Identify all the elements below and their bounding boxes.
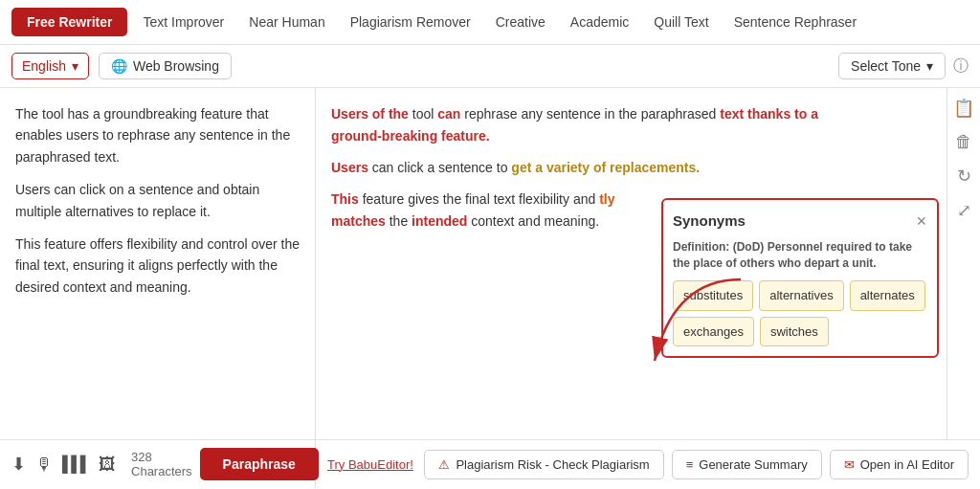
left-bottom: ⬇ 🎙 ▌▌▌ 🖼 328 Characters Paraphrase [0, 440, 316, 488]
download-icon[interactable]: ⬇ [11, 454, 26, 475]
chip-switches[interactable]: switches [760, 317, 829, 346]
nav-creative[interactable]: Creative [486, 8, 555, 36]
ai-editor-icon: ✉ [844, 457, 855, 472]
chip-exchanges[interactable]: exchanges [673, 317, 754, 346]
nav-plagiarism-remover[interactable]: Plagiarism Remover [341, 8, 480, 36]
paraphrase-button[interactable]: Paraphrase [200, 448, 319, 480]
generate-summary-button[interactable]: ≡ Generate Summary [672, 450, 822, 479]
side-icons-panel: 📋 🗑 ↻ ⤢ [947, 88, 980, 439]
language-label: English [22, 58, 66, 74]
plagiarism-icon: ⚠ [438, 457, 450, 472]
left-para-2: Users can click on a sentence and obtain… [15, 179, 300, 222]
definition-label: Definition: [673, 240, 729, 254]
mic-icon[interactable]: 🎙 [35, 455, 53, 475]
language-selector[interactable]: English ▾ [11, 53, 89, 79]
synonyms-title: Synonyms [673, 210, 746, 233]
tone-info-icon[interactable]: ⓘ [953, 56, 969, 77]
chip-alternates[interactable]: alternates [850, 280, 925, 310]
nav-quill-text[interactable]: Quill Text [644, 8, 718, 36]
chip-alternatives[interactable]: alternatives [759, 280, 843, 310]
delete-icon[interactable]: 🗑 [955, 132, 972, 152]
nav-text-improver[interactable]: Text Improver [133, 8, 234, 36]
refresh-icon[interactable]: ↻ [957, 166, 971, 187]
summary-icon: ≡ [686, 457, 694, 472]
text-groundbreaking: ground-breaking feature. [331, 128, 490, 144]
try-editor-link[interactable]: Try BabuEditor! [327, 457, 413, 472]
bottom-tool-icons: ⬇ 🎙 ▌▌▌ 🖼 [11, 454, 116, 475]
summary-label: Generate Summary [699, 457, 807, 472]
nav-free-rewriter[interactable]: Free Rewriter [11, 8, 127, 36]
image-icon[interactable]: 🖼 [99, 455, 116, 475]
tone-label: Select Tone [851, 58, 921, 74]
synonyms-header: Synonyms ✕ [673, 210, 927, 233]
nav-sentence-rephraser[interactable]: Sentence Rephraser [724, 8, 866, 36]
text-users-of: Users of the [331, 106, 409, 122]
right-panel[interactable]: Users of the tool can rephrase any sente… [316, 88, 947, 439]
language-chevron: ▾ [72, 58, 78, 74]
synonyms-container: Synonyms ✕ Definition: (DoD) Personnel r… [661, 198, 939, 358]
open-ai-editor-button[interactable]: ✉ Open in AI Editor [830, 450, 969, 479]
bottom-bar: ⬇ 🎙 ▌▌▌ 🖼 328 Characters Paraphrase Try … [0, 439, 980, 488]
char-count: 328 Characters [131, 450, 192, 478]
toolbar-row: English ▾ 🌐 Web Browsing Select Tone ▾ ⓘ [0, 45, 980, 88]
bars-icon[interactable]: ▌▌▌ [62, 456, 89, 473]
right-text-block-1: Users of the tool can rephrase any sente… [331, 103, 931, 147]
right-text-block-2: Users can click a sentence to get a vari… [331, 157, 931, 179]
nav-academic[interactable]: Academic [561, 8, 638, 36]
web-browsing-label: Web Browsing [133, 58, 219, 74]
chip-substitutes[interactable]: substitutes [673, 280, 753, 310]
tone-chevron: ▾ [926, 58, 933, 74]
top-nav: Free Rewriter Text Improver Near Human P… [0, 0, 980, 45]
plagiarism-button[interactable]: ⚠ Plagiarism Risk - Check Plagiarism [424, 450, 663, 479]
expand-icon[interactable]: ⤢ [957, 200, 971, 221]
web-browsing-button[interactable]: 🌐 Web Browsing [99, 53, 232, 79]
left-panel: The tool has a groundbreaking feature th… [0, 88, 316, 439]
ai-editor-label: Open in AI Editor [860, 457, 954, 472]
synonyms-close-button[interactable]: ✕ [916, 211, 927, 233]
plagiarism-label: Plagiarism Risk - Check Plagiarism [456, 457, 649, 472]
left-para-3: This feature offers flexibility and cont… [15, 233, 300, 298]
globe-icon: 🌐 [111, 58, 127, 74]
nav-near-human[interactable]: Near Human [239, 8, 334, 36]
right-bottom: Try BabuEditor! ⚠ Plagiarism Risk - Chec… [316, 440, 980, 488]
left-para-1: The tool has a groundbreaking feature th… [15, 103, 300, 167]
main-area: The tool has a groundbreaking feature th… [0, 88, 980, 439]
synonyms-definition: Definition: (DoD) Personnel required to … [673, 239, 927, 272]
tone-selector[interactable]: Select Tone ▾ [838, 53, 946, 79]
synonyms-chips: substitutes alternatives alternates exch… [673, 280, 927, 346]
copy-icon[interactable]: 📋 [953, 98, 974, 119]
